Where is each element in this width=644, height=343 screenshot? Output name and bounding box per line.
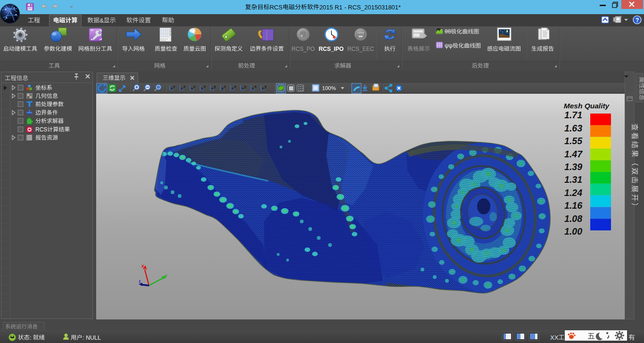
svg-text:x: x xyxy=(183,84,186,89)
svg-text:1.24: 1.24 xyxy=(564,188,582,198)
svg-text:1.16: 1.16 xyxy=(564,200,582,211)
svg-text:?: ? xyxy=(636,17,639,24)
svg-text:x: x xyxy=(242,86,244,90)
svg-text:y: y xyxy=(222,86,224,90)
svg-text:XX: XX xyxy=(550,334,559,341)
svg-text:z: z xyxy=(262,86,264,90)
svg-text:z: z xyxy=(201,86,203,90)
svg-text:&: & xyxy=(99,17,104,24)
svg-text:x: x xyxy=(171,86,173,90)
svg-text:RCS: RCS xyxy=(35,126,47,133)
svg-text:100%: 100% xyxy=(322,85,336,91)
svg-text:ψψ: ψψ xyxy=(445,42,453,49)
svg-text:z: z xyxy=(231,86,233,90)
svg-text:z: z xyxy=(211,86,213,90)
svg-text:1.63: 1.63 xyxy=(564,123,582,133)
svg-text:1.55: 1.55 xyxy=(564,136,583,146)
svg-text:z: z xyxy=(224,84,226,89)
svg-text:y: y xyxy=(264,84,267,89)
svg-text:x: x xyxy=(255,84,257,89)
svg-text:z: z xyxy=(252,86,254,90)
svg-text:2015 R1 - RCS_2015031801*: 2015 R1 - RCS_2015031801* xyxy=(319,4,401,11)
svg-text:θθ: θθ xyxy=(445,28,451,35)
svg-text:1.00: 1.00 xyxy=(564,226,582,237)
svg-text:x: x xyxy=(204,84,206,89)
svg-text:y: y xyxy=(244,84,247,89)
svg-text:x: x xyxy=(234,84,237,89)
svg-text:y: y xyxy=(164,273,167,278)
svg-text:1.08: 1.08 xyxy=(564,213,582,224)
svg-text:RCS_EEC: RCS_EEC xyxy=(347,46,374,52)
svg-text:Mesh Quality: Mesh Quality xyxy=(564,102,610,110)
svg-text:z: z xyxy=(173,84,175,89)
svg-text:1.39: 1.39 xyxy=(564,162,582,172)
svg-text:x: x xyxy=(141,263,144,269)
svg-text:y: y xyxy=(214,84,216,89)
svg-text:: NULL: : NULL xyxy=(83,335,101,341)
svg-text:z: z xyxy=(194,84,196,89)
svg-text:RCS_IPO: RCS_IPO xyxy=(319,46,344,52)
svg-text::: : xyxy=(30,335,31,341)
svg-text:RCS: RCS xyxy=(270,4,283,11)
svg-text:1.71: 1.71 xyxy=(564,110,582,120)
svg-text:1.31: 1.31 xyxy=(564,174,582,185)
svg-text:z: z xyxy=(181,86,183,90)
svg-text:RCS_PO: RCS_PO xyxy=(291,46,314,52)
svg-text:1.47: 1.47 xyxy=(564,149,583,159)
svg-text:z: z xyxy=(139,279,141,284)
svg-text:x: x xyxy=(191,86,193,90)
